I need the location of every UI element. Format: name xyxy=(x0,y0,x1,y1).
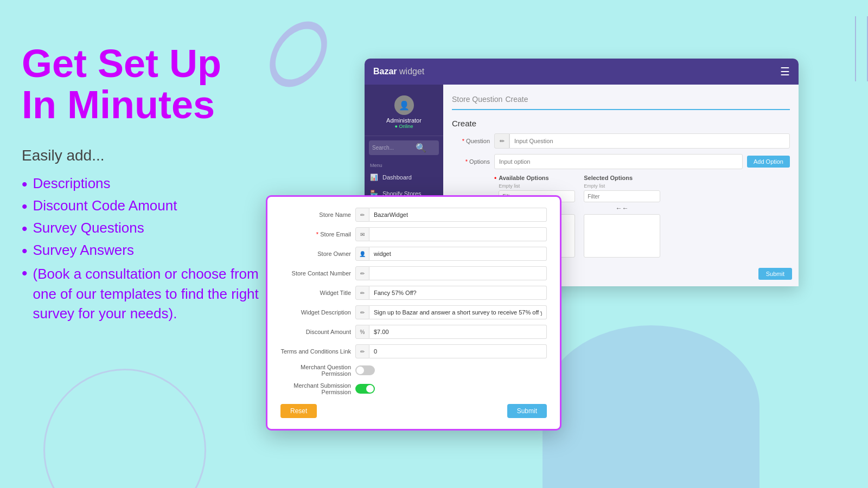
subheading: Easily add... xyxy=(22,147,271,164)
question-edit-icon: ✏ xyxy=(494,133,509,149)
discount-amount-label: Discount Amount xyxy=(280,329,351,335)
options-label: Options xyxy=(452,158,490,165)
store-contact-input[interactable] xyxy=(369,266,547,280)
page-title: Store Question Create xyxy=(452,93,790,105)
question-row: Question ✏ xyxy=(452,133,790,149)
discount-amount-input[interactable] xyxy=(369,325,547,339)
widget-title-label: Widget Title xyxy=(280,290,351,296)
selected-options-column: Selected Options Empty list ←← xyxy=(584,175,660,258)
sidebar-user: 👤 Administrator ● Online xyxy=(365,89,443,136)
selected-filter-input[interactable] xyxy=(584,190,660,202)
avatar: 👤 xyxy=(394,95,414,115)
widget-title-input[interactable] xyxy=(369,286,547,300)
discount-amount-icon: % xyxy=(355,325,369,339)
form-buttons: Reset Submit xyxy=(280,404,547,418)
create-label: Create xyxy=(452,119,790,128)
widget-title-row: Widget Title ✏ xyxy=(280,286,547,300)
merchant-question-row: Merchant Question Permission xyxy=(280,364,547,377)
search-icon: 🔍 xyxy=(416,143,426,153)
sidebar-search[interactable]: 🔍 xyxy=(369,140,439,155)
add-option-button[interactable]: Add Option xyxy=(747,156,790,168)
store-email-label: Store Email xyxy=(280,231,351,237)
widget-title-icon: ✏ xyxy=(355,286,369,300)
store-name-row: Store Name ✏ xyxy=(280,208,547,222)
selected-options-box xyxy=(584,214,660,258)
terms-icon: ✏ xyxy=(355,344,369,358)
options-row: Options Add Option xyxy=(452,154,790,169)
store-owner-label: Store Owner xyxy=(280,251,351,257)
bullet-descriptions: Descriptions xyxy=(22,175,271,193)
merchant-submission-toggle[interactable] xyxy=(355,384,375,394)
merchant-submission-row: Merchant Submission Permission xyxy=(280,382,547,395)
main-heading: Get Set Up In Minutes xyxy=(22,43,271,125)
store-form-overlay: Store Name ✏ Store Email ✉ Store Owner 👤… xyxy=(266,195,561,431)
store-owner-input[interactable] xyxy=(369,247,547,261)
left-section: Get Set Up In Minutes Easily add... Desc… xyxy=(22,43,271,328)
terms-input[interactable] xyxy=(369,344,547,358)
user-name: Administrator xyxy=(386,117,422,124)
store-contact-row: Store Contact Number ✏ xyxy=(280,266,547,280)
user-status: ● Online xyxy=(395,124,413,129)
submit-button[interactable]: Submit xyxy=(507,404,547,418)
store-email-row: Store Email ✉ xyxy=(280,227,547,241)
bullet-consultation: (Book a consultation or choose from one … xyxy=(22,264,271,323)
store-owner-row: Store Owner 👤 xyxy=(280,247,547,261)
store-contact-label: Store Contact Number xyxy=(280,270,351,277)
widget-desc-icon: ✏ xyxy=(355,305,369,319)
store-owner-icon: 👤 xyxy=(355,247,369,261)
dashboard-icon: 📊 xyxy=(370,174,378,181)
widget-desc-row: Widget Description ✏ xyxy=(280,305,547,319)
page-title-bar: Store Question Create xyxy=(452,93,790,110)
hamburger-icon[interactable]: ☰ xyxy=(780,65,790,78)
transfer-left-arrows[interactable]: ←← xyxy=(584,204,660,212)
widget-desc-input[interactable] xyxy=(369,305,547,319)
merchant-submission-label: Merchant Submission Permission xyxy=(280,382,351,395)
merchant-question-toggle[interactable] xyxy=(355,365,375,375)
store-name-input[interactable] xyxy=(369,208,547,222)
app-title: Bazar widget xyxy=(373,67,771,76)
discount-amount-row: Discount Amount % xyxy=(280,325,547,339)
store-email-icon: ✉ xyxy=(355,227,369,241)
terms-label: Terms and Conditions Link xyxy=(280,348,351,355)
bullet-survey-questions: Survey Questions xyxy=(22,220,271,237)
question-input[interactable] xyxy=(509,133,790,149)
app-topbar: Bazar widget ☰ xyxy=(365,59,799,85)
feature-list: Descriptions Discount Code Amount Survey… xyxy=(22,175,271,323)
search-input[interactable] xyxy=(372,145,416,151)
sidebar-item-dashboard[interactable]: 📊 Dashboard xyxy=(365,169,443,185)
terms-row: Terms and Conditions Link ✏ xyxy=(280,344,547,358)
store-name-label: Store Name xyxy=(280,211,351,218)
menu-label: Menu xyxy=(365,159,443,169)
bullet-survey-answers: Survey Answers xyxy=(22,242,271,260)
bullet-discount: Discount Code Amount xyxy=(22,197,271,215)
store-email-input[interactable] xyxy=(369,227,547,241)
store-contact-icon: ✏ xyxy=(355,266,369,280)
main-submit-button[interactable]: Submit xyxy=(758,268,792,280)
options-input[interactable] xyxy=(494,154,743,169)
widget-desc-label: Widget Description xyxy=(280,309,351,316)
store-name-icon: ✏ xyxy=(355,208,369,222)
reset-button[interactable]: Reset xyxy=(280,404,317,418)
question-label: Question xyxy=(452,138,490,144)
merchant-question-label: Merchant Question Permission xyxy=(280,364,351,377)
